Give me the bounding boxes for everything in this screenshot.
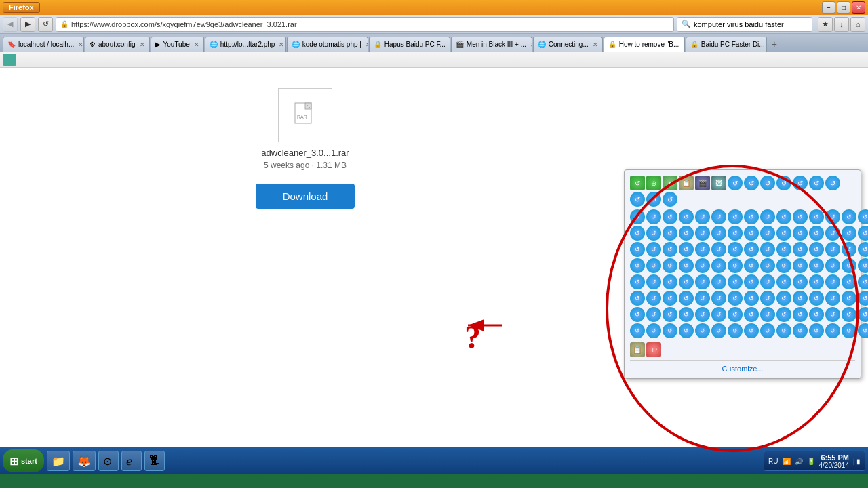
tab-localhost[interactable]: 🔖 localhost / localh... ✕: [3, 37, 84, 52]
toolbar-blue-icon[interactable]: ↺: [858, 291, 868, 306]
toolbar-blue-icon[interactable]: ↺: [646, 226, 661, 241]
toolbar-blue-icon[interactable]: ↺: [760, 274, 775, 289]
home-button[interactable]: ⌂: [850, 17, 865, 32]
taskbar-firefox[interactable]: 🦊: [73, 451, 96, 471]
toolbar-blue-icon[interactable]: ↺: [809, 307, 824, 322]
toolbar-blue-icon[interactable]: ↺: [842, 226, 856, 241]
toolbar-blue-icon[interactable]: ↺: [679, 274, 694, 289]
toolbar-blue-icon[interactable]: ↺: [793, 274, 808, 289]
toolbar-blue-icon[interactable]: ↺: [630, 226, 645, 241]
toolbar-blue-icon[interactable]: ↺: [760, 307, 775, 322]
toolbar-blue-icon[interactable]: ↺: [825, 307, 840, 322]
toolbar-blue-icon[interactable]: ↺: [630, 258, 645, 273]
tab-kode[interactable]: 🌐 kode otomatis php | ✕: [287, 37, 368, 52]
taskbar-explorer[interactable]: 📁: [47, 451, 70, 471]
toolbar-blue-icon[interactable]: ↺: [728, 258, 743, 273]
toolbar-blue-icon[interactable]: ↺: [679, 258, 694, 273]
close-button[interactable]: ✕: [852, 1, 865, 14]
toolbar-blue-icon[interactable]: ↺: [646, 307, 661, 322]
toolbar-blue-icon[interactable]: ↺: [744, 258, 759, 273]
toolbar-blue-icon[interactable]: ↺: [793, 291, 808, 306]
tab-close-icon[interactable]: ✕: [194, 41, 199, 48]
toolbar-blue-icon[interactable]: ↺: [728, 323, 743, 338]
toolbar-blue-icon[interactable]: ↺: [842, 209, 856, 224]
toolbar-blue-icon[interactable]: ↺: [858, 323, 868, 338]
toolbar-blue-icon[interactable]: ↺: [695, 209, 710, 224]
toolbar-blue-icon[interactable]: ↺: [711, 258, 726, 273]
toolbar-blue-icon[interactable]: ↺: [842, 258, 856, 273]
tab-close-icon[interactable]: ✕: [683, 41, 684, 48]
toolbar-blue-icon[interactable]: ↺: [858, 209, 868, 224]
customize-button[interactable]: Customize...: [630, 360, 855, 373]
toolbar-blue-icon[interactable]: ↺: [793, 176, 808, 190]
toolbar-blue-icon[interactable]: ↺: [825, 209, 840, 224]
toolbar-blue-icon[interactable]: ↺: [825, 258, 840, 273]
toolbar-blue-icon[interactable]: ↺: [760, 242, 775, 257]
toolbar-blue-icon[interactable]: ↺: [760, 323, 775, 338]
toolbar-blue-icon[interactable]: ↺: [825, 323, 840, 338]
downloads-button[interactable]: ↓: [834, 17, 849, 32]
toolbar-blue-icon[interactable]: ↺: [679, 226, 694, 241]
minimize-button[interactable]: −: [822, 1, 835, 14]
tab-close-icon[interactable]: ✕: [450, 41, 450, 48]
toolbar-blue-icon[interactable]: ↺: [663, 291, 677, 306]
toolbar-blue-icon[interactable]: ↺: [728, 242, 743, 257]
toolbar-blue-icon[interactable]: ↺: [858, 258, 868, 273]
toolbar-blue-icon[interactable]: ↺: [842, 274, 856, 289]
search-bar[interactable]: 🔍 komputer virus baidu faster: [677, 17, 812, 32]
tab-meninblack[interactable]: 🎬 Men in Black III + ... ✕: [451, 37, 532, 52]
toolbar-blue-icon[interactable]: ↺: [711, 307, 726, 322]
toolbar-blue-icon[interactable]: ↺: [630, 307, 645, 322]
toolbar-blue-icon[interactable]: ↺: [809, 291, 824, 306]
toolbar-blue-icon[interactable]: ↺: [842, 323, 856, 338]
new-tab-button[interactable]: +: [768, 37, 781, 52]
address-bar[interactable]: 🔒 https://www.dropbox.com/s/xgyqiefm7ew9…: [56, 17, 674, 32]
tab-hapus[interactable]: 🔒 Hapus Baidu PC F... ✕: [369, 37, 450, 52]
back-button[interactable]: ◀: [3, 17, 18, 32]
toolbar-blue-icon[interactable]: ↺: [776, 307, 791, 322]
toolbar-blue-icon[interactable]: ↺: [695, 274, 710, 289]
toolbar-blue-icon[interactable]: ↺: [793, 307, 808, 322]
toolbar-blue-icon[interactable]: ↺: [809, 323, 824, 338]
restore-button[interactable]: □: [837, 1, 850, 14]
toolbar-blue-icon[interactable]: ↺: [809, 176, 824, 190]
toolbar-blue-icon[interactable]: ↺: [679, 291, 694, 306]
toolbar-blue-icon[interactable]: ↺: [663, 209, 677, 224]
toolbar-blue-icon[interactable]: ↺: [744, 274, 759, 289]
show-desktop-icon[interactable]: ▮: [853, 458, 861, 465]
reload-button[interactable]: ↺: [38, 17, 53, 32]
tab-aboutconfig[interactable]: ⚙ about:config ✕: [85, 37, 150, 52]
toolbar-blue-icon[interactable]: ↺: [825, 226, 840, 241]
toolbar-blue-icon[interactable]: ↺: [776, 291, 791, 306]
tab-close-icon[interactable]: ✕: [279, 41, 284, 48]
toolbar-blue-icon[interactable]: ↺: [842, 242, 856, 257]
toolbar-blue-icon[interactable]: ↺: [760, 176, 775, 190]
toolbar-blue-icon[interactable]: ↺: [760, 209, 775, 224]
toolbar-blue-icon[interactable]: ↺: [711, 226, 726, 241]
toolbar-blue-icon[interactable]: ↺: [646, 258, 661, 273]
toolbar-blue-icon[interactable]: ↺: [776, 226, 791, 241]
tab-howtoremove[interactable]: 🔒 How to remove "B... ✕: [604, 37, 685, 52]
toolbar-blue-icon[interactable]: ↺: [630, 291, 645, 306]
toolbar-blue-icon[interactable]: ↺: [679, 307, 694, 322]
toolbar-blue-icon[interactable]: ↺: [646, 192, 661, 207]
download-button[interactable]: Download: [256, 184, 355, 209]
toolbar-blue-icon[interactable]: ↺: [711, 242, 726, 257]
tab-php1[interactable]: 🌐 http://lo...ftar2.php ✕: [205, 37, 286, 52]
toolbar-blue-icon[interactable]: ↺: [630, 274, 645, 289]
toolbar-blue-icon[interactable]: ↺: [744, 226, 759, 241]
toolbar-blue-icon[interactable]: ↺: [728, 209, 743, 224]
toolbar-blue-icon[interactable]: ↺: [630, 192, 645, 207]
toolbar-blue-icon[interactable]: ↺: [663, 242, 677, 257]
bookmark-icon[interactable]: [3, 54, 16, 66]
bookmarks-button[interactable]: ★: [818, 17, 833, 32]
toolbar-blue-icon[interactable]: ↺: [646, 209, 661, 224]
toolbar-blue-icon[interactable]: ↺: [842, 291, 856, 306]
tab-close-icon[interactable]: ✕: [366, 41, 368, 48]
toolbar-blue-icon[interactable]: ↺: [793, 242, 808, 257]
toolbar-blue-icon[interactable]: ↺: [711, 323, 726, 338]
toolbar-blue-icon[interactable]: ↺: [630, 242, 645, 257]
firefox-menu-button[interactable]: Firefox: [3, 2, 40, 13]
toolbar-blue-icon[interactable]: ↺: [825, 274, 840, 289]
tab-youtube[interactable]: ▶ YouTube ✕: [151, 37, 204, 52]
